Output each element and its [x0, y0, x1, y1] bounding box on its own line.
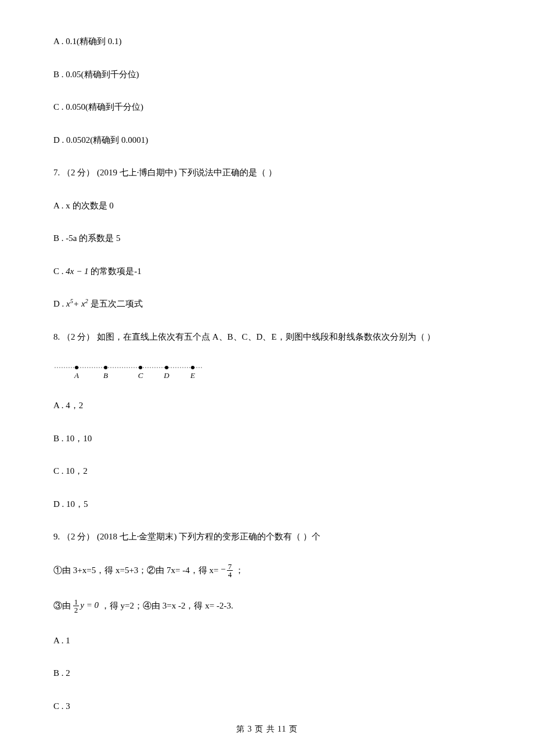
q9-stem-text: 9. （2 分） (2018 七上·金堂期末) 下列方程的变形正确的个数有（ ）… — [53, 532, 320, 541]
svg-point-3 — [104, 366, 107, 369]
q9-choice-b-text: B . 2 — [53, 668, 70, 678]
q9-line2-pre: ③由 — [53, 600, 73, 610]
svg-point-4 — [139, 366, 142, 369]
q6-choice-d: D . 0.0502(精确到 0.0001) — [53, 134, 481, 147]
q9-line1-post: ； — [235, 565, 244, 574]
q7-choice-d: D . x5+ x2 是五次二项式 — [53, 297, 481, 311]
q7-choice-d-expr: x5+ x2 — [66, 299, 88, 308]
q9-line1-pre: ①由 3+x=5，得 x=5+3；②由 7x= -4，得 x= — [53, 565, 219, 574]
q8-choice-c-text: C . 10，2 — [53, 466, 88, 476]
q7-choice-b-text: B . -5a 的系数是 5 — [53, 233, 120, 243]
q8-choice-c: C . 10，2 — [53, 465, 481, 478]
q8-diagram: A B C D E — [53, 363, 481, 383]
q9-stem: 9. （2 分） (2018 七上·金堂期末) 下列方程的变形正确的个数有（ ）… — [53, 530, 481, 543]
page-footer: 第 3 页 共 11 页 — [0, 723, 534, 735]
diagram-label-d: D — [163, 371, 169, 380]
frac2-den: 2 — [73, 606, 80, 614]
frac2-num: 1 — [73, 598, 80, 606]
q7-choice-d-post: 是五次二项式 — [88, 299, 143, 308]
frac-den: 4 — [227, 571, 233, 578]
page-number: 第 3 页 共 11 页 — [236, 725, 298, 733]
q8-stem-text: 8. （2 分） 如图，在直线上依次有五个点 A、B、C、D、E，则图中线段和射… — [53, 332, 435, 341]
q8-choice-b-text: B . 10，10 — [53, 434, 92, 443]
svg-point-2 — [75, 366, 78, 369]
q8-choice-a: A . 4，2 — [53, 399, 481, 412]
q6-choice-c-text: C . 0.050(精确到千分位) — [53, 102, 143, 111]
svg-point-6 — [191, 366, 194, 369]
q8-choice-a-text: A . 4，2 — [53, 401, 83, 410]
q9-line2-post: ，得 y=2；④由 3=x -2，得 x= -2-3. — [99, 600, 233, 610]
q7-choice-c-post: 的常数项是-1 — [89, 267, 142, 276]
q8-stem: 8. （2 分） 如图，在直线上依次有五个点 A、B、C、D、E，则图中线段和射… — [53, 330, 481, 344]
diagram-label-b: B — [103, 371, 108, 380]
q9-choice-c: C . 3 — [53, 700, 481, 713]
svg-point-5 — [165, 366, 168, 369]
q9-line2-mid: y = 0 — [80, 600, 99, 610]
diagram-label-a: A — [74, 371, 79, 380]
q7-choice-d-pre: D . — [53, 299, 66, 308]
q8-choice-d: D . 10，5 — [53, 498, 481, 511]
q7-choice-b: B . -5a 的系数是 5 — [53, 232, 481, 245]
q8-choice-b: B . 10，10 — [53, 432, 481, 445]
q6-choice-b-text: B . 0.05(精确到千分位) — [53, 70, 139, 79]
diagram-label-c: C — [138, 371, 143, 380]
q7-choice-c: C . 4x − 1 的常数项是-1 — [53, 265, 481, 278]
q6-choice-a: A . 0.1(精确到 0.1) — [53, 35, 481, 48]
q8-choice-d-text: D . 10，5 — [53, 499, 88, 509]
q6-choice-a-text: A . 0.1(精确到 0.1) — [53, 37, 122, 46]
q9-choice-a: A . 1 — [53, 634, 481, 647]
q7-choice-a: A . x 的次数是 0 — [53, 199, 481, 213]
q6-choice-d-text: D . 0.0502(精确到 0.0001) — [53, 135, 148, 145]
frac-num: 7 — [227, 563, 233, 571]
q9-choice-b: B . 2 — [53, 667, 481, 680]
q9-line2: ③由 12y = 0 ，得 y=2；④由 3=x -2，得 x= -2-3. — [53, 599, 481, 614]
q7-choice-c-expr: 4x − 1 — [66, 267, 88, 276]
q7-choice-a-text: A . x 的次数是 0 — [53, 201, 114, 210]
line-points-diagram: A B C D E — [53, 363, 204, 383]
exp-5: 5 — [70, 298, 73, 304]
minus-sign-icon: − — [221, 564, 225, 574]
q9-choice-c-text: C . 3 — [53, 701, 70, 711]
q9-choice-a-text: A . 1 — [53, 636, 70, 645]
q6-choice-b: B . 0.05(精确到千分位) — [53, 68, 481, 81]
document-page: A . 0.1(精确到 0.1) B . 0.05(精确到千分位) C . 0.… — [0, 0, 534, 756]
q7-stem-text: 7. （2 分） (2019 七上·博白期中) 下列说法中正确的是（ ） — [53, 168, 277, 177]
fraction-neg-7-4: 74 — [227, 563, 233, 578]
q6-choice-c: C . 0.050(精确到千分位) — [53, 100, 481, 114]
q7-choice-c-pre: C . — [53, 267, 66, 276]
fraction-1-2: 12 — [73, 598, 80, 614]
q7-stem: 7. （2 分） (2019 七上·博白期中) 下列说法中正确的是（ ） — [53, 166, 481, 179]
diagram-label-e: E — [190, 371, 195, 380]
q9-line1: ①由 3+x=5，得 x=5+3；②由 7x= -4，得 x= −74 ； — [53, 563, 481, 579]
